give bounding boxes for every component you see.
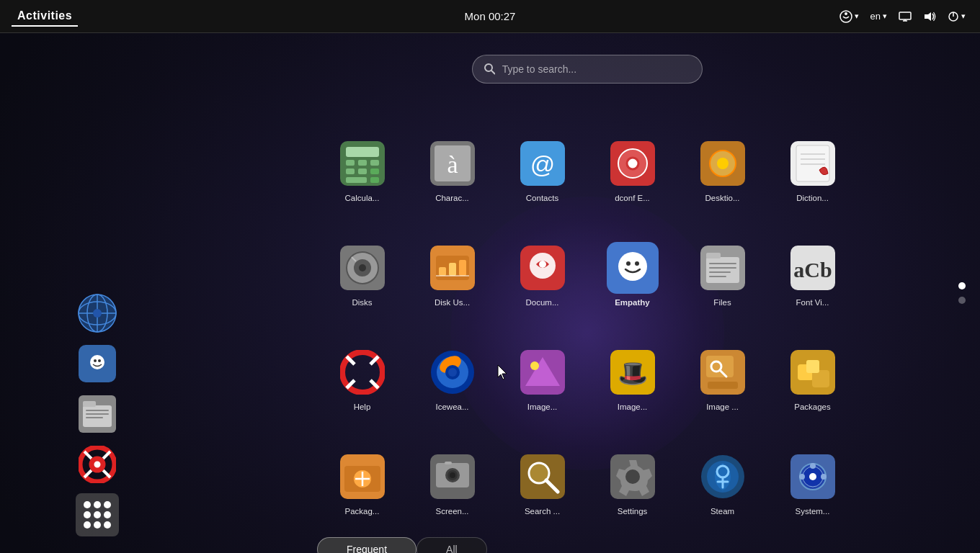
app-label-imagesearch: Image ... [706,403,739,413]
content-area: Calcula... à Charac... [195,33,980,553]
app-dconf[interactable]: dconf E... [587,105,677,210]
app-label-system: System... [796,507,830,517]
activities-button[interactable]: Activities [12,6,78,27]
svg-rect-40 [358,168,367,174]
app-settings[interactable]: Settings [587,418,677,523]
dconf-icon [610,141,655,186]
clock: Mon 00:27 [465,10,516,22]
svg-rect-43 [370,177,379,183]
svg-point-138 [821,474,827,480]
svg-rect-81 [706,253,721,258]
app-imageviewer[interactable]: Image... [497,314,587,418]
packages-icon [790,350,835,395]
sidebar-item-network[interactable] [76,292,119,335]
display-icon[interactable] [896,10,914,23]
app-desktop[interactable]: Desktio... [677,105,767,210]
power-icon[interactable]: ▾ [945,9,968,24]
svg-point-18 [98,359,101,362]
app-iceweasel[interactable]: Iceweа... [407,314,497,418]
system-icon [790,454,835,499]
search-app-icon [520,454,565,499]
app-calculator[interactable]: Calcula... [317,105,407,210]
imageviewer-icon [520,350,565,395]
app-files[interactable]: Files [677,210,767,314]
svg-rect-20 [83,405,112,427]
svg-rect-68 [439,267,446,276]
sidebar-item-empathy[interactable] [76,342,119,385]
app-dictionary[interactable]: Diction... [767,105,858,210]
svg-rect-111 [806,360,819,373]
app-label-search: Search ... [525,507,560,517]
steam-icon [700,454,745,499]
app-label-diskusage: Disk Us... [435,298,470,308]
svg-text:🎩: 🎩 [618,359,649,388]
sidebar-item-help[interactable] [76,443,119,486]
app-imagemagick[interactable]: 🎩 Image... [587,314,677,418]
svg-rect-82 [709,263,736,264]
app-help[interactable]: Help [317,314,407,418]
svg-point-97 [448,368,457,377]
svg-rect-122 [445,462,452,464]
svg-rect-41 [370,168,379,174]
app-imagesearch[interactable]: Image ... [677,314,767,418]
page-dot-2[interactable] [958,297,966,304]
svg-marker-5 [925,12,931,21]
svg-point-32 [485,64,492,71]
tab-frequent[interactable]: Frequent [317,537,416,553]
search-container [472,55,703,84]
app-packages[interactable]: Packages [767,314,858,418]
app-steam[interactable]: Steam [677,418,767,523]
svg-point-139 [810,463,816,469]
app-label-steam: Steam [710,507,734,517]
svg-point-74 [539,261,546,268]
accessibility-icon[interactable]: ▾ [837,9,862,24]
app-charmap[interactable]: à Charac... [407,105,497,210]
search-icon [484,63,495,75]
app-disks[interactable]: Disks [317,210,407,314]
app-diskusage[interactable]: Disk Us... [407,210,497,314]
screenshot-icon [430,454,475,499]
volume-icon[interactable] [920,9,939,24]
imagemagick-icon: 🎩 [610,350,655,395]
search-bar[interactable] [472,55,703,84]
app-packagkit[interactable]: Packag... [317,418,407,523]
app-label-dconf: dconf E... [615,194,650,204]
app-label-imageviewer: Image... [527,403,558,413]
app-system[interactable]: System... [767,418,858,523]
app-docviewer[interactable]: Docum... [497,210,587,314]
language-selector[interactable]: en ▾ [868,9,890,23]
app-label-imagemagick: Image... [618,403,648,413]
app-label-help: Help [354,403,371,413]
svg-rect-22 [86,410,109,411]
page-dot-1[interactable] [958,282,966,289]
app-empathy[interactable]: Empathy [587,210,677,314]
sidebar-item-files[interactable] [76,392,119,436]
docviewer-icon [520,246,565,290]
diskusage-icon [430,246,475,290]
search-input[interactable] [502,63,690,75]
svg-rect-80 [706,257,739,283]
imagesearch-icon [700,350,745,395]
svg-rect-2 [899,12,911,19]
app-label-packagkit: Packag... [345,507,380,517]
tab-all[interactable]: All [416,537,487,553]
files-icon [700,246,745,290]
app-fontviewer[interactable]: aCb Font Vi... [767,210,858,314]
svg-point-55 [717,158,729,169]
app-label-dictionary: Diction... [796,194,829,204]
charmap-icon: à [430,141,475,186]
app-screenshot[interactable]: Screen... [407,418,497,523]
iceweasel-icon [430,350,475,395]
svg-rect-70 [459,260,466,276]
svg-point-77 [626,261,631,266]
tab-group: Frequent All [317,537,858,553]
sidebar [0,33,195,553]
sidebar-item-appgrid[interactable] [76,493,119,536]
app-contacts[interactable]: @ Contacts [497,105,587,210]
svg-rect-24 [86,417,103,418]
calculator-icon [340,141,385,186]
app-search[interactable]: Search ... [497,418,587,523]
svg-point-127 [625,469,640,484]
svg-point-16 [90,355,104,369]
dictionary-icon [790,141,835,186]
